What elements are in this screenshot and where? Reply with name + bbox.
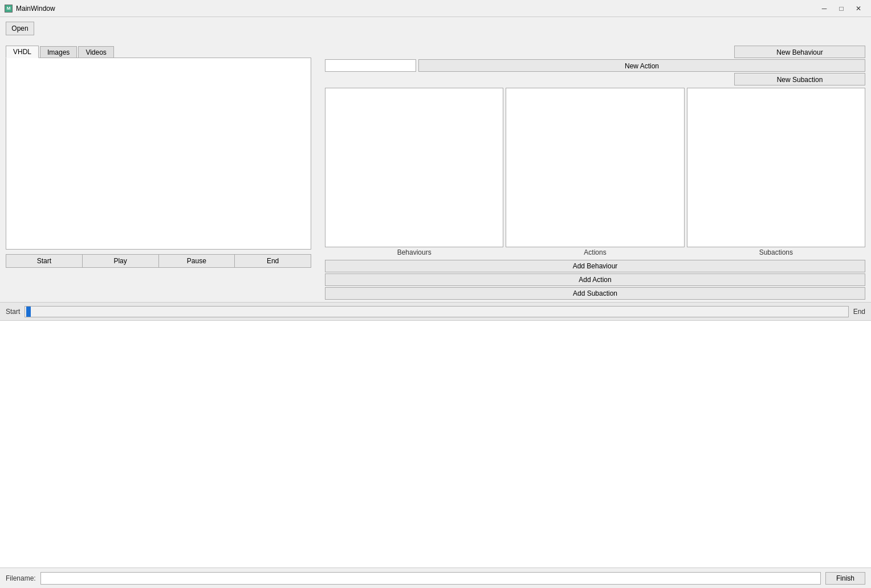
tab-vhdl[interactable]: VHDL	[6, 46, 39, 58]
open-button[interactable]: Open	[6, 22, 34, 35]
left-panel: VHDL Images Videos Start Play Pause End	[6, 40, 314, 302]
add-subaction-button[interactable]: Add Subaction	[325, 287, 865, 300]
filename-input[interactable]	[40, 572, 821, 585]
tab-videos[interactable]: Videos	[78, 46, 113, 58]
minimize-button[interactable]: ─	[816, 2, 832, 15]
behaviours-header: Behaviours	[325, 247, 503, 258]
start-button[interactable]: Start	[6, 254, 82, 268]
lower-area	[0, 320, 871, 567]
right-panel: New Behaviour New Action New Subaction B…	[319, 40, 865, 302]
subactions-list	[687, 88, 865, 247]
new-action-button[interactable]: New Action	[418, 59, 865, 72]
main-content: Open VHDL Images Videos Start	[0, 17, 871, 588]
end-button[interactable]: End	[234, 254, 311, 268]
app-body: VHDL Images Videos Start Play Pause End	[0, 40, 871, 302]
finish-button[interactable]: Finish	[825, 572, 865, 585]
filename-label: Filename:	[6, 574, 36, 582]
toolbar: Open	[0, 17, 871, 40]
new-behaviour-button[interactable]: New Behaviour	[734, 46, 865, 58]
tab-images[interactable]: Images	[40, 46, 77, 58]
actions-list	[506, 88, 684, 247]
playback-controls: Start Play Pause End	[6, 254, 311, 268]
subactions-header: Subactions	[687, 247, 865, 258]
add-behaviour-button[interactable]: Add Behaviour	[325, 260, 865, 272]
app-icon: M	[5, 5, 13, 13]
tab-bar: VHDL Images Videos	[6, 46, 314, 58]
new-subaction-button[interactable]: New Subaction	[734, 73, 865, 85]
maximize-button[interactable]: □	[833, 2, 849, 15]
bottom-bar: Filename: Finish	[0, 567, 871, 588]
subactions-list-box: Subactions	[687, 88, 865, 258]
timeline-track[interactable]	[25, 306, 848, 317]
behaviours-list-box: Behaviours	[325, 88, 503, 258]
action-name-input[interactable]	[325, 59, 416, 72]
timeline-end-label: End	[853, 308, 865, 316]
pause-button[interactable]: Pause	[158, 254, 235, 268]
behaviours-list	[325, 88, 503, 247]
actions-list-box: Actions	[506, 88, 684, 258]
timeline-area: Start End	[0, 302, 871, 320]
timeline-start-label: Start	[6, 308, 20, 316]
window-controls: ─ □ ✕	[816, 2, 866, 15]
list-area: Behaviours Actions Subactions	[325, 88, 865, 258]
bottom-add-buttons: Add Behaviour Add Action Add Subaction	[325, 260, 865, 300]
title-bar-left: M MainWindow	[5, 5, 55, 13]
close-button[interactable]: ✕	[850, 2, 866, 15]
actions-header: Actions	[506, 247, 684, 258]
play-button[interactable]: Play	[82, 254, 158, 268]
title-bar: M MainWindow ─ □ ✕	[0, 0, 871, 17]
timeline-marker	[26, 307, 31, 317]
window-title: MainWindow	[16, 5, 55, 13]
media-display	[6, 58, 311, 250]
add-action-button[interactable]: Add Action	[325, 273, 865, 286]
